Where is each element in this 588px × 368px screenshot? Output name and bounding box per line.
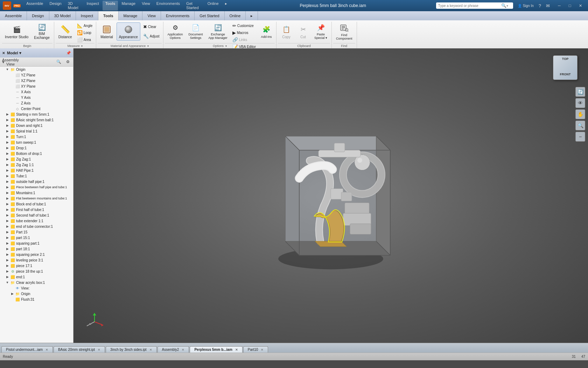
tab-assemble[interactable]: Assemble [0,11,27,20]
tree-node-part15[interactable]: ▶ 🟨 Part 15 [0,229,73,235]
menu-online[interactable]: Online [205,1,222,11]
tree-node-origin2[interactable]: ▶ 📁 Origin [0,291,73,297]
tree-node-second-half[interactable]: ▶ 🟨 Second half of tube:1 [0,212,73,218]
tree-node-zigzag[interactable]: ▶ 🟨 Zig Zag:1 [0,156,73,162]
help-button[interactable]: ? [537,2,543,9]
tree-node-piece17[interactable]: ▶ 🟨 piece 17:1 [0,263,73,268]
tree-node-outside-half[interactable]: ▶ 🟨 outside half pipe:1 [0,179,73,184]
angle-button[interactable]: 📐 Angle [76,22,94,29]
menu-more[interactable]: ▸ [222,1,230,11]
tree-node-turn-sweep[interactable]: ▶ 🟨 turn sweep:1 [0,139,73,145]
tab-tools[interactable]: Tools [98,11,119,20]
appearance-button[interactable]: Appearance [117,22,140,41]
tab-part10[interactable]: Part10 ✕ [243,346,268,353]
clear-button[interactable]: ✖ Clear [142,23,161,30]
window-minimize-button[interactable]: ─ [554,2,564,9]
panel-search-button[interactable]: 🔍 [55,59,63,66]
tree-node-flat-btw[interactable]: ▶ 🟨 Flat beetween mountains and tube:1 [0,196,73,201]
tree-node-spiral[interactable]: ▶ 🟨 Spiral trial 1:1 [0,128,73,134]
paste-special-button[interactable]: 📌 PasteSpecial ▾ [312,22,329,41]
tree-node-part15-1[interactable]: ▶ 🟨 part 15:1 [0,235,73,240]
tree-node-squaring[interactable]: ▶ 🟨 squaring part:1 [0,240,73,246]
tree-node-starting-v[interactable]: ▶ 🟨 Starting v mm 5mm:1 [0,111,73,117]
tree-node-squaring-p2[interactable]: ▶ 🟨 squaring peice 2:1 [0,252,73,257]
menu-view[interactable]: View [139,1,153,11]
tree-node-block-end[interactable]: ▶ 🟨 Block end of tube:1 [0,201,73,207]
tree-node-z-axis[interactable]: ─ Z Axis [0,100,73,106]
tree-node-leveling[interactable]: ▶ 🟨 leveling peice 3:1 [0,257,73,263]
add-ins-button[interactable]: 🧩 Add-Ins [259,22,274,41]
menu-inspect[interactable]: Inspect [84,1,102,11]
tree-node-piece-btw[interactable]: ▶ 🟨 Piece beetween half pipe and tube:1 [0,184,73,190]
menu-tools[interactable]: Tools [103,1,118,11]
menu-3dmodel[interactable]: 3D Model [65,1,83,11]
tree-node-yz-plane[interactable]: ⬜ YZ Plane [0,72,73,78]
tree-node-end[interactable]: ▶ 🟨 end:1 [0,274,73,280]
menu-design[interactable]: Design [47,1,64,11]
cut-button[interactable]: ✂ Cut [295,22,311,41]
tree-node-view[interactable]: 👁 View: [0,285,73,291]
menu-manage[interactable]: Manage [119,1,138,11]
tree-node-end-tube[interactable]: ▶ 🟨 end of tube connector:1 [0,224,73,229]
app-options-button[interactable]: ⚙ ApplicationOptions [166,22,185,41]
tree-node-tube-ext[interactable]: ▶ 🟨 tube extender 1:1 [0,218,73,224]
search-input[interactable] [438,4,501,8]
tab-3inch[interactable]: 3inch by 3inch sides.ipt ✕ [106,346,156,353]
tab-assembly2[interactable]: Assembly2 ✕ [158,346,189,353]
tab-3inch-close[interactable]: ✕ [149,348,152,352]
assembly-view-button[interactable]: Assembly View [7,59,14,66]
tree-node-basic-str[interactable]: ▶ 🟨 BAsic stright 5mm ball:1 [0,117,73,123]
expander-origin[interactable]: ▼ [5,67,10,72]
exchange-app-button[interactable]: 🔄 ExchangeApp Manager [206,22,230,41]
tab-online[interactable]: Online [225,11,246,20]
group-label-options[interactable]: Options ▾ [165,43,275,48]
viewcube-box[interactable]: TOP FRONT [553,55,578,80]
tab-pistol[interactable]: Pistol undermount...iam ✕ [1,346,53,353]
tree-node-clear-acrylic[interactable]: ▼ 📁 Clear acrylic box:1 [0,280,73,285]
tree-node-bottom-drop[interactable]: ▶ 🟨 Bottom of drop:1 [0,151,73,156]
customize-button[interactable]: ✏ Customize [231,22,257,29]
tree-node-x-axis[interactable]: ─ X Axis [0,89,73,95]
loop-button[interactable]: 🔁 Loop [76,29,94,36]
tree-node-flush31[interactable]: 🟨 Flush:31 [0,297,73,302]
feedback-button[interactable]: ✉ [544,2,552,9]
tree-node-part18[interactable]: ▶ 🟨 part 18:1 [0,246,73,252]
tree-node-drop[interactable]: ▶ 🟨 Drop:1 [0,145,73,151]
find-component-button[interactable]: FindComponent [334,22,355,41]
sign-in-button[interactable]: 👤 Sign In [516,3,536,8]
tree-node-mountains[interactable]: ▶ 🟨 Mountains:1 [0,190,73,196]
menu-assemble[interactable]: Assemble [23,1,46,11]
search-box[interactable]: 🔍 ▾ [436,2,513,9]
tab-inspect[interactable]: Inspect [76,11,98,20]
tab-perplexus[interactable]: Perplexus 5mm b...iam ✕ [190,346,242,353]
material-button[interactable]: Material [98,22,115,41]
tab-perplexus-close[interactable]: ✕ [235,348,238,352]
tree-container[interactable]: ▼ 📁 Origin ⬜ YZ Plane ⬜ XZ Plane ⬜ XY P [0,67,73,343]
tab-assembly2-close[interactable]: ✕ [182,348,184,352]
tree-node-center-point[interactable]: ◇ Center Point [0,106,73,111]
inventor-studio-button[interactable]: 🎬 Inventor Studio [3,22,30,41]
panel-filter-button[interactable]: ⚙ [64,59,72,66]
tree-node-tube[interactable]: ▶ 🟨 Tube:1 [0,173,73,179]
tab-3dmodel[interactable]: 3D Model [49,11,76,20]
group-label-material[interactable]: Material and Appearance ▾ [98,43,161,48]
tab-environments[interactable]: Environments [161,11,195,20]
tab-basic20-close[interactable]: ✕ [98,348,100,352]
zoom-minus-button[interactable]: − [575,132,585,142]
bim-exchange-button[interactable]: 🔄 BIMExchange [32,22,51,41]
tree-node-piece18-up[interactable]: ▶ ⚙ piece 18 the up:1 [0,268,73,274]
adjust-button[interactable]: 🔧 Adjust [142,33,161,40]
viewport[interactable]: TOP FRONT 🔄 👁 ✋ 🔍 − [74,48,588,343]
tab-get-started[interactable]: Get Started [195,11,224,20]
window-restore-button[interactable]: □ [565,2,575,9]
window-close-button[interactable]: ✕ [575,2,585,9]
tab-manage[interactable]: Manage [119,11,143,20]
tab-part10-close[interactable]: ✕ [261,348,264,352]
tree-node-half-pipe[interactable]: ▶ 🟨 HAlf Pipe:1 [0,168,73,173]
panel-close-icon[interactable]: ✕ [2,51,5,55]
orbit-button[interactable]: 🔄 [575,87,585,97]
menu-get-started[interactable]: Get Started [183,1,204,11]
tab-more[interactable]: ▸ [246,11,258,20]
group-label-measure[interactable]: Measure ▾ [56,43,94,48]
viewcube[interactable]: TOP FRONT [553,55,581,83]
